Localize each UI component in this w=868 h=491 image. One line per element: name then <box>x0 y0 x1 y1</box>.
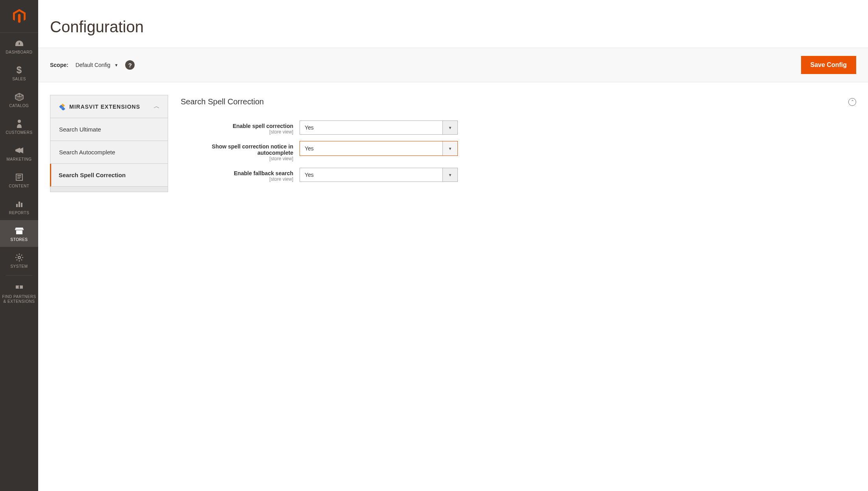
field-scope: [store view] <box>181 176 293 182</box>
svg-rect-7 <box>21 203 22 207</box>
caret-down-icon: ▼ <box>114 63 118 67</box>
nav-system[interactable]: SYSTEM <box>0 247 38 274</box>
magento-logo-icon <box>11 8 27 24</box>
store-icon <box>15 226 24 236</box>
logo[interactable] <box>0 0 38 33</box>
dollar-icon: $ <box>17 65 22 75</box>
save-config-button[interactable]: Save Config <box>801 56 856 74</box>
svg-point-9 <box>18 256 20 259</box>
tab-group-header[interactable]: MIRASVIT EXTENSIONS ︿ <box>50 95 168 118</box>
caret-down-icon: ▼ <box>442 141 457 156</box>
nav-label: CUSTOMERS <box>4 130 34 135</box>
tab-group-title: MIRASVIT EXTENSIONS <box>69 104 140 110</box>
svg-rect-2 <box>17 175 21 176</box>
svg-point-0 <box>18 120 21 123</box>
nav-content[interactable]: CONTENT <box>0 167 38 193</box>
svg-rect-8 <box>16 230 22 234</box>
scope-label: Scope: <box>50 62 68 68</box>
puzzle-icon <box>15 283 24 293</box>
field-label: Enable spell correction <box>181 123 293 129</box>
nav-label: SYSTEM <box>9 264 29 269</box>
config-section: Search Spell Correction ⌃ Enable spell c… <box>181 95 862 467</box>
nav-label: CATALOG <box>8 104 31 108</box>
config-content: MIRASVIT EXTENSIONS ︿ Search Ultimate Se… <box>38 82 868 491</box>
field-scope: [store view] <box>181 129 293 135</box>
config-tab-search-ultimate[interactable]: Search Ultimate <box>50 118 168 141</box>
scope-switcher: Scope: Default Config ▼ ? <box>50 60 135 70</box>
field-enable-fallback-search: Enable fallback search [store view] Yes … <box>181 165 856 185</box>
nav-sales[interactable]: $ SALES <box>0 59 38 86</box>
scope-value: Default Config <box>76 62 111 68</box>
nav-find-partners[interactable]: FIND PARTNERS & EXTENSIONS <box>0 277 38 309</box>
nav-dashboard[interactable]: DASHBOARD <box>0 33 38 59</box>
scope-select[interactable]: Default Config ▼ <box>76 62 118 68</box>
select-show-notice-autocomplete[interactable]: Yes ▼ <box>300 141 458 156</box>
nav-marketing[interactable]: MARKETING <box>0 140 38 167</box>
nav-catalog[interactable]: CATALOG <box>0 86 38 113</box>
help-icon[interactable]: ? <box>125 60 135 70</box>
main-content: Configuration Scope: Default Config ▼ ? … <box>38 0 868 491</box>
collapse-icon: ⌃ <box>848 98 856 106</box>
bar-chart-icon <box>15 199 23 209</box>
config-tab-search-spell-correction[interactable]: Search Spell Correction <box>50 164 168 187</box>
gear-icon <box>15 252 24 263</box>
svg-point-12 <box>19 286 20 288</box>
page-title: Configuration <box>38 0 868 48</box>
caret-down-icon: ▼ <box>442 121 457 134</box>
svg-rect-11 <box>20 285 23 289</box>
megaphone-icon <box>15 145 24 156</box>
box-icon <box>15 92 24 102</box>
nav-label: REPORTS <box>7 211 31 215</box>
gauge-icon <box>15 38 24 48</box>
nav-separator <box>6 275 33 276</box>
select-value: Yes <box>300 145 318 152</box>
admin-sidebar: DASHBOARD $ SALES CATALOG CUSTOMERS MARK… <box>0 0 38 491</box>
section-header[interactable]: Search Spell Correction ⌃ <box>181 95 856 117</box>
nav-label: FIND PARTNERS & EXTENSIONS <box>0 295 38 304</box>
svg-rect-5 <box>16 204 18 207</box>
chevron-up-icon: ︿ <box>154 102 160 111</box>
svg-rect-6 <box>19 202 20 207</box>
select-enable-spell-correction[interactable]: Yes ▼ <box>300 120 458 135</box>
field-label: Show spell correction notice in autocomp… <box>181 143 293 156</box>
page-icon <box>15 172 23 182</box>
select-enable-fallback-search[interactable]: Yes ▼ <box>300 168 458 182</box>
svg-rect-4 <box>17 178 20 179</box>
select-value: Yes <box>300 124 318 131</box>
nav-label: MARKETING <box>5 157 33 162</box>
field-scope: [store view] <box>181 156 293 161</box>
toolbar: Scope: Default Config ▼ ? Save Config <box>38 48 868 82</box>
svg-rect-3 <box>17 177 21 178</box>
select-value: Yes <box>300 172 318 178</box>
config-tabs: MIRASVIT EXTENSIONS ︿ Search Ultimate Se… <box>50 95 168 467</box>
mirasvit-icon <box>58 103 65 110</box>
person-icon <box>16 119 22 129</box>
svg-rect-10 <box>16 285 19 289</box>
nav-customers[interactable]: CUSTOMERS <box>0 113 38 140</box>
config-tab-search-autocomplete[interactable]: Search Autocomplete <box>50 141 168 164</box>
field-show-notice-autocomplete: Show spell correction notice in autocomp… <box>181 138 856 165</box>
caret-down-icon: ▼ <box>442 168 457 182</box>
nav-stores[interactable]: STORES <box>0 220 38 247</box>
field-enable-spell-correction: Enable spell correction [store view] Yes… <box>181 117 856 138</box>
tab-footer <box>50 187 168 192</box>
section-title: Search Spell Correction <box>181 97 264 106</box>
nav-label: SALES <box>11 77 28 82</box>
field-label: Enable fallback search <box>181 170 293 176</box>
nav-reports[interactable]: REPORTS <box>0 193 38 220</box>
nav-label: STORES <box>9 237 30 242</box>
nav-label: CONTENT <box>7 184 31 189</box>
nav-label: DASHBOARD <box>4 50 34 55</box>
